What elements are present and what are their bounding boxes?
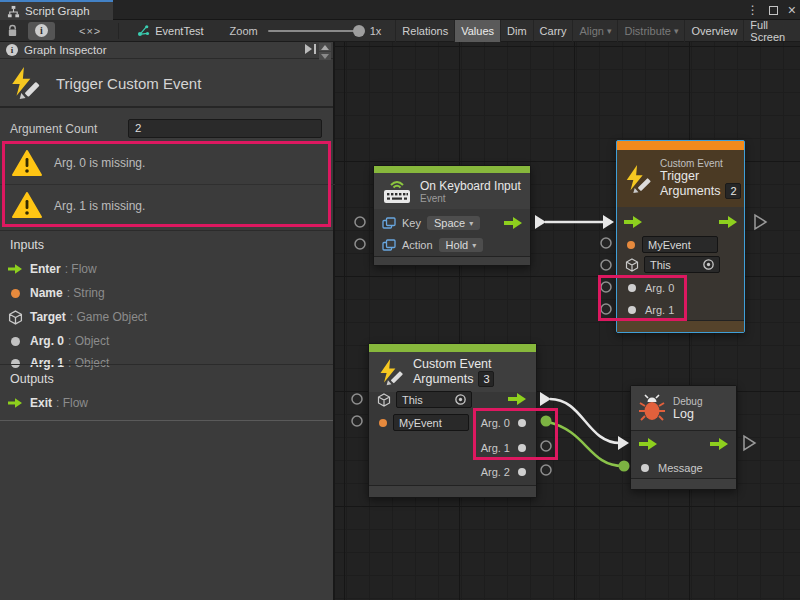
target-field[interactable]: This	[644, 256, 720, 273]
warning-text: Arg. 0 is missing.	[54, 156, 145, 170]
node-title: On Keyboard Input	[420, 179, 521, 193]
string-port-icon	[379, 419, 387, 427]
inputs-header: Inputs	[10, 238, 44, 252]
tab-script-graph[interactable]: Script Graph	[0, 0, 113, 20]
graph-icon	[7, 5, 20, 18]
node-color-bar	[369, 344, 536, 352]
list-item-enter: Enter: Flow	[0, 258, 333, 280]
node-debug-log[interactable]: Debug Log Message	[630, 385, 737, 490]
event-name-field[interactable]: MyEvent	[642, 236, 718, 253]
bug-icon	[639, 394, 665, 422]
lock-button[interactable]	[0, 22, 25, 40]
flow-out-port[interactable]	[504, 217, 522, 229]
divider	[0, 364, 333, 365]
inspector-title-block: Trigger Custom Event	[0, 60, 333, 108]
target-picker-icon[interactable]	[454, 393, 467, 406]
target-row: This	[377, 390, 472, 409]
flow-in-port[interactable]	[639, 438, 657, 450]
carry-button[interactable]: Carry	[533, 20, 573, 42]
full-screen-button[interactable]: Full Screen	[743, 20, 800, 42]
list-item-exit: Exit: Flow	[0, 392, 333, 414]
name-row: MyEvent	[379, 413, 469, 432]
script-graph-window: Script Graph ⋮ × i <×> EventTest Zoom	[0, 0, 800, 600]
action-row: Action Hold▾	[382, 235, 483, 255]
arg0-row: Arg. 0	[628, 278, 674, 298]
divider	[0, 420, 333, 421]
custom-event-icon	[623, 164, 653, 194]
close-icon[interactable]: ×	[788, 3, 796, 17]
distribute-button[interactable]: Distribute▾	[617, 20, 684, 42]
maximize-icon[interactable]	[769, 6, 778, 15]
zoom-slider[interactable]	[268, 30, 360, 32]
arg1-out-row: Arg. 1	[481, 438, 526, 457]
scroll-up-button[interactable]	[319, 43, 331, 51]
node-footer	[374, 256, 530, 265]
window-menu-icon[interactable]: ⋮	[747, 4, 759, 16]
node-footer	[617, 320, 744, 332]
event-name-field[interactable]: MyEvent	[393, 414, 469, 431]
arguments-count-badge[interactable]: 2	[725, 183, 741, 199]
chevron-down-icon: ▾	[607, 26, 612, 36]
flow-arrow-icon	[8, 398, 22, 408]
custom-event-icon	[8, 66, 42, 100]
zoom-slider-handle[interactable]	[353, 25, 365, 37]
target-field[interactable]: This	[396, 391, 472, 408]
flow-out-port[interactable]	[710, 438, 728, 450]
param-icon	[382, 239, 396, 251]
node-header: On Keyboard Input Event	[374, 173, 530, 209]
inspector-header-title: Graph Inspector	[24, 44, 106, 56]
inspector-header: i Graph Inspector	[0, 42, 333, 59]
values-button[interactable]: Values	[454, 20, 500, 42]
panel-scrollbar[interactable]	[319, 43, 332, 60]
object-port-icon	[11, 359, 20, 368]
key-row: Key Space▾	[382, 213, 480, 233]
code-view-button[interactable]: <×>	[72, 22, 108, 40]
name-row: MyEvent	[627, 235, 718, 254]
argument-count-input[interactable]: 2	[128, 119, 322, 138]
event-graph-icon	[137, 24, 150, 37]
divider	[0, 230, 333, 231]
overview-button[interactable]: Overview	[684, 20, 743, 42]
object-port-icon	[641, 464, 649, 472]
chevron-down-icon: ▾	[472, 241, 476, 250]
list-item-arg1: Arg. 1: Object	[0, 352, 333, 374]
toolbar-left-group: i <×> EventTest Zoom 1x	[0, 20, 381, 41]
inspector-toggle-button[interactable]: i	[28, 22, 55, 40]
message-row: Message	[641, 458, 703, 477]
warning-icon	[12, 150, 42, 177]
cube-icon	[377, 393, 391, 407]
keyboard-icon	[382, 178, 412, 204]
object-port-icon	[518, 468, 526, 476]
key-dropdown[interactable]: Space▾	[427, 216, 480, 230]
flow-out-port[interactable]	[508, 393, 526, 405]
node-footer	[369, 485, 536, 497]
node-on-keyboard-input[interactable]: On Keyboard Input Event Key Space▾ Actio…	[373, 165, 531, 266]
action-dropdown[interactable]: Hold▾	[439, 238, 484, 252]
node-trigger-custom-event[interactable]: Custom Event Trigger Arguments 2 MyEvent…	[616, 140, 745, 333]
node-title: Trigger	[660, 169, 741, 183]
node-header: Custom Event Trigger Arguments 2	[617, 150, 744, 207]
scroll-down-button[interactable]	[319, 52, 331, 60]
target-picker-icon[interactable]	[702, 258, 715, 271]
custom-event-icon	[377, 358, 405, 386]
list-item-target: Target: Game Object	[0, 306, 333, 328]
node-category: Custom Event	[660, 158, 741, 169]
dim-button[interactable]: Dim	[500, 20, 533, 42]
node-custom-event[interactable]: Custom Event Arguments 3 This MyEvent Ar…	[368, 343, 537, 498]
dock-panel-icon[interactable]	[305, 44, 317, 54]
node-footer	[631, 478, 736, 489]
flow-out-port[interactable]	[719, 216, 737, 228]
relations-button[interactable]: Relations	[395, 20, 454, 42]
graph-breadcrumb[interactable]: EventTest	[137, 24, 203, 37]
object-port-icon	[11, 337, 20, 346]
align-button[interactable]: Align▾	[572, 20, 617, 42]
arguments-count-badge[interactable]: 3	[478, 371, 494, 387]
node-header: Custom Event Arguments 3	[369, 352, 536, 392]
warning-text: Arg. 1 is missing.	[54, 199, 145, 213]
node-arguments: Arguments 3	[413, 371, 494, 387]
cube-icon	[625, 258, 639, 272]
graph-inspector-panel: i Graph Inspector Trigger Custom Event A…	[0, 42, 335, 600]
flow-in-port[interactable]	[624, 216, 642, 228]
node-header: Debug Log	[631, 386, 736, 431]
flow-arrow-icon	[8, 264, 22, 274]
